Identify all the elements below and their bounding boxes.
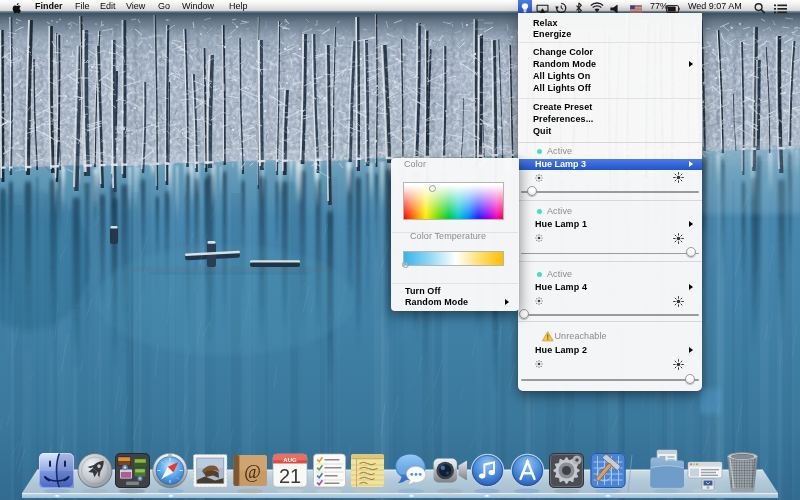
svg-text:21: 21 <box>279 465 301 487</box>
svg-text:@: @ <box>244 462 261 482</box>
svg-text:AUG: AUG <box>283 457 297 463</box>
